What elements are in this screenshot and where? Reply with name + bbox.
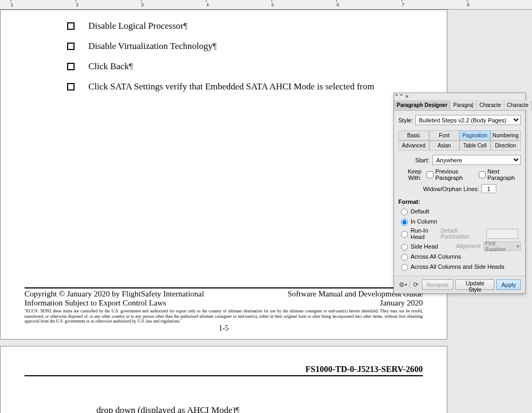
footer-rule — [24, 287, 423, 288]
keep-next-label: Next Paragraph — [487, 168, 515, 181]
format-run-in-radio[interactable] — [401, 231, 408, 238]
tab-basic[interactable]: Basic — [398, 130, 429, 141]
keep-next-input[interactable] — [479, 171, 486, 178]
panel-tab-paragraph-catalog[interactable]: Paragra| — [451, 101, 477, 110]
start-label: Start: — [398, 157, 429, 163]
ruler-tick: 2 — [76, 2, 141, 7]
panel-titlebar[interactable]: Paragraph Designer Paragra| Characte Cha… — [394, 100, 525, 111]
checkbox-icon[interactable] — [67, 83, 75, 90]
style-select[interactable]: Bulleted Steps v2.2 (Body Pages) — [415, 115, 521, 125]
tab-table-cell[interactable]: Table Cell — [460, 141, 490, 151]
checkbox-icon[interactable] — [67, 43, 75, 50]
continuation-text-content[interactable]: drop down (displayed as AHCI Mode) — [96, 405, 235, 413]
format-across-all-label: Across All Columns — [411, 253, 461, 260]
ruler-tick: 1 — [11, 2, 76, 7]
ruler-tick: 5 — [272, 2, 337, 7]
checkbox-icon[interactable] — [67, 63, 75, 70]
default-punct-input — [486, 229, 518, 239]
checklist: Disable Logical Processor¶ Disable Virtu… — [67, 21, 392, 102]
keep-prev-checkbox[interactable]: Previous Paragraph — [424, 168, 471, 181]
checklist-item[interactable]: Click Back¶ — [67, 61, 392, 72]
format-default-label: Default — [411, 208, 429, 214]
tab-asian[interactable]: Asian — [429, 141, 460, 151]
format-across-all-radio[interactable] — [401, 254, 408, 261]
tab-numbering[interactable]: Numbering — [490, 130, 521, 141]
separator — [410, 281, 410, 288]
panel-footer: ⚙ ▾ ⟳ Rename Update Style Apply — [394, 276, 525, 293]
panel-tab-character-designer[interactable]: Characte — [477, 101, 504, 110]
default-punct-label: Default Punctuation: — [440, 228, 484, 239]
update-style-button[interactable]: Update Style — [455, 279, 494, 290]
keep-with-label: Keep With: — [398, 168, 421, 181]
copyright-text: Copyright © January 2020 by FlightSafety… — [24, 290, 204, 299]
checklist-text[interactable]: Disable Virtualization Technology — [88, 41, 212, 51]
tab-font[interactable]: Font — [429, 130, 460, 141]
ruler-tick: 7 — [402, 2, 466, 7]
format-run-in-label: Run-In Head — [411, 227, 440, 240]
checklist-item[interactable]: Disable Logical Processor¶ — [67, 21, 392, 31]
apply-button[interactable]: Apply — [496, 279, 521, 290]
checkbox-icon[interactable] — [67, 22, 75, 30]
style-label: Style: — [398, 117, 413, 123]
format-side-head-radio[interactable] — [401, 244, 408, 251]
panel-tab-character-catalog[interactable]: Characte — [504, 101, 532, 110]
panel-body: Style: Bulleted Steps v2.2 (Body Pages) … — [394, 111, 525, 276]
keep-prev-input[interactable] — [427, 171, 433, 178]
horizontal-ruler: 1 2 3 4 5 6 7 8 — [0, 0, 532, 10]
format-across-side-label: Across All Columns and Side Heads — [411, 263, 504, 270]
format-side-head-label: Side Head — [411, 243, 438, 250]
checklist-text[interactable]: Disable Logical Processor — [88, 21, 183, 31]
export-control-text: Information Subject to Export Control La… — [24, 299, 166, 308]
document-next-page[interactable]: FS1000-TD-0-J5213-SERV-2600 drop down (d… — [0, 346, 447, 413]
header-rule — [24, 375, 423, 376]
end-of-flow-icon: ¶ — [235, 405, 240, 413]
page-footer: Copyright © January 2020 by FlightSafety… — [24, 287, 423, 333]
alignment-label: Alignment: — [456, 243, 481, 249]
widow-input[interactable] — [481, 184, 496, 193]
keep-next-checkbox[interactable]: Next Paragraph — [477, 168, 515, 181]
property-tabs: Basic Font Pagination Numbering Advanced… — [398, 130, 521, 151]
tab-advanced[interactable]: Advanced — [398, 141, 429, 151]
format-in-column-radio[interactable] — [401, 219, 408, 226]
format-across-side-radio[interactable] — [401, 264, 408, 271]
alignment-value: First Baseline — [485, 241, 517, 252]
checklist-item[interactable]: Disable Virtualization Technology¶ — [67, 41, 392, 52]
gear-chevron-icon[interactable]: ▾ — [405, 282, 407, 287]
panel-tab-paragraph-designer[interactable]: Paragraph Designer — [394, 101, 451, 110]
page-header: FS1000-TD-0-J5213-SERV-2600 — [24, 365, 423, 376]
pilcrow-icon: ¶ — [212, 41, 217, 51]
format-label: Format: — [398, 199, 521, 205]
format-in-column-label: In Column — [411, 218, 437, 225]
refresh-icon[interactable]: ⟳ — [412, 280, 420, 289]
chevron-down-icon: ▾ — [517, 243, 519, 249]
ruler-tick: 8 — [467, 2, 532, 7]
paragraph-designer-panel[interactable]: ⌃⌃ × Paragraph Designer Paragra| Charact… — [394, 93, 526, 294]
checklist-item[interactable]: Click SATA Settings verify that Embedded… — [67, 81, 392, 92]
tab-pagination[interactable]: Pagination — [460, 130, 490, 141]
disclaimer-text: "ECCN: 5E992 these items are controlled … — [24, 309, 423, 324]
continuation-text[interactable]: drop down (displayed as AHCI Mode)¶ — [96, 405, 240, 413]
format-default-radio[interactable] — [401, 209, 408, 216]
pilcrow-icon: ¶ — [129, 61, 133, 71]
ruler-tick: 3 — [141, 2, 206, 7]
widow-label: Widow/Orphan Lines: — [423, 186, 479, 192]
checklist-text[interactable]: Click SATA Settings verify that Embedded… — [88, 81, 374, 92]
document-id: FS1000-TD-0-J5213-SERV-2600 — [24, 365, 423, 374]
tab-direction[interactable]: Direction — [490, 141, 521, 151]
page-number: 1-5 — [24, 324, 423, 333]
pilcrow-icon: ¶ — [183, 21, 187, 31]
alignment-select: First Baseline ▾ — [484, 242, 521, 251]
checklist-text[interactable]: Click Back — [88, 61, 129, 71]
footer-date: January 2020 — [380, 299, 423, 308]
document-page[interactable]: Disable Logical Processor¶ Disable Virtu… — [0, 10, 447, 340]
ruler-tick: 6 — [337, 2, 402, 7]
start-select[interactable]: Anywhere — [432, 155, 521, 165]
keep-prev-label: Previous Paragraph — [435, 168, 471, 181]
panel-window-controls[interactable]: ⌃⌃ × — [394, 93, 525, 100]
rename-button: Rename — [422, 279, 454, 290]
ruler-tick: 4 — [206, 2, 271, 7]
